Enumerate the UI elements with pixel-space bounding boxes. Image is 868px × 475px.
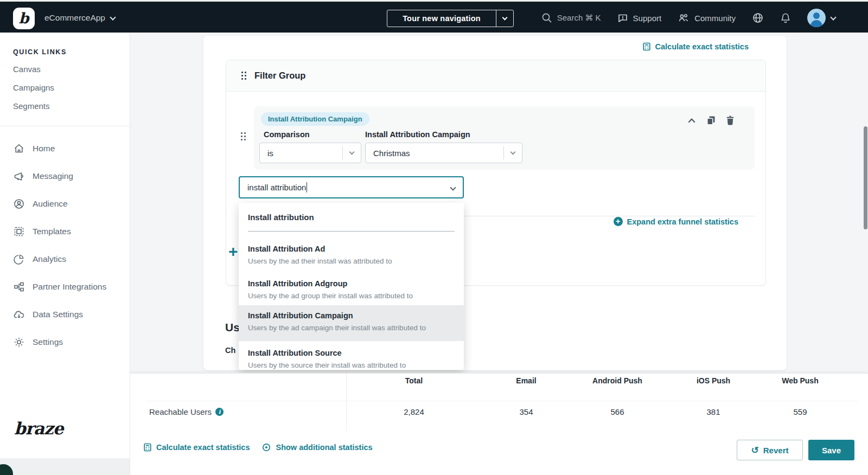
sidebar-item-data-settings[interactable]: Data Settings: [13, 308, 83, 321]
dropdown-item-install-attribution-adgroup[interactable]: Install Attribution Adgroup Users by the…: [239, 273, 464, 308]
expand-extra-funnel-statistics-link[interactable]: Expand extra funnel statistics: [614, 217, 738, 226]
calculator-icon: [143, 443, 152, 452]
sidebar-item-partner-integrations[interactable]: Partner Integrations: [13, 280, 106, 293]
filter-search-value: install attribution: [247, 183, 306, 192]
select-dropdown-toggle[interactable]: [503, 146, 522, 159]
calculator-icon: [642, 42, 651, 51]
dropdown-item-desc: Users by the ad campaign their install w…: [248, 323, 455, 333]
campaign-value-select[interactable]: Christmas: [365, 143, 522, 163]
top-navbar: b eCommerceApp Tour new navigation Searc…: [0, 0, 868, 33]
revert-button-label: Revert: [763, 446, 789, 455]
tour-button-dropdown[interactable]: [496, 10, 513, 27]
chevron-up-icon: [687, 115, 697, 125]
eye-icon: [261, 443, 271, 452]
braze-logo-glyph: b: [19, 10, 29, 27]
sidebar-item-settings[interactable]: Settings: [13, 336, 63, 349]
collapse-filter-button[interactable]: [687, 115, 697, 125]
chevron-down-icon: [502, 15, 508, 21]
sidebar-item-audience[interactable]: Audience: [13, 197, 68, 210]
notifications-bell-icon[interactable]: [780, 12, 791, 24]
sidebar-item-analytics[interactable]: Analytics: [13, 253, 66, 266]
reachable-users-web-push: 559: [793, 407, 807, 416]
sidebar-item-label: Templates: [33, 227, 71, 236]
sidebar: QUICK LINKS Canvas Campaigns Segments Ho…: [0, 33, 130, 475]
filter-type-chip[interactable]: Install Attribution Campaign: [261, 112, 369, 126]
delete-filter-button[interactable]: [725, 115, 735, 125]
sidebar-item-home[interactable]: Home: [13, 142, 55, 155]
dropdown-item-install-attribution-ad[interactable]: Install Attribution Ad Users by the ad t…: [239, 239, 464, 273]
dropdown-item-install-attribution-campaign[interactable]: Install Attribution Campaign Users by th…: [239, 305, 464, 341]
support-menu[interactable]: Support: [617, 12, 662, 23]
reachable-users-total: 2,824: [404, 407, 424, 416]
show-additional-statistics-link[interactable]: Show additional statistics: [261, 443, 372, 452]
chevron-down-icon: [450, 184, 456, 190]
home-icon: [13, 143, 25, 155]
vertical-scrollbar-thumb[interactable]: [864, 126, 867, 229]
sidebar-item-templates[interactable]: Templates: [13, 225, 71, 238]
sidebar-item-campaigns[interactable]: Campaigns: [13, 83, 54, 92]
reachable-users-ios-push: 381: [706, 407, 720, 416]
templates-icon: [13, 226, 25, 238]
community-icon: [678, 12, 690, 23]
pie-chart-icon: [13, 253, 25, 265]
integrations-icon: [13, 281, 25, 293]
filter-row-card: Install Attribution Campaign Comparison …: [254, 106, 755, 170]
add-filter-button[interactable]: +: [228, 243, 238, 260]
dropdown-item-desc: Users by the ad their install was attrib…: [248, 256, 455, 267]
chevron-down-icon: [510, 150, 516, 155]
globe-icon[interactable]: [752, 12, 764, 24]
megaphone-icon: [13, 170, 25, 182]
filter-search-input[interactable]: install attribution: [239, 176, 464, 198]
dropdown-item-install-attribution-source[interactable]: Install Attribution Source Users by the …: [239, 343, 464, 370]
tour-new-navigation-button[interactable]: Tour new navigation: [387, 10, 514, 27]
filter-row-drag-handle[interactable]: [241, 132, 246, 141]
sidebar-item-label: Partner Integrations: [33, 282, 106, 292]
plus-circle-icon: [614, 217, 623, 226]
sidebar-divider: [0, 126, 130, 126]
duplicate-filter-button[interactable]: [706, 115, 716, 125]
sidebar-item-canvas[interactable]: Canvas: [13, 65, 41, 74]
comparison-value: is: [260, 149, 342, 158]
copy-icon: [706, 115, 716, 125]
calculate-exact-statistics-link-top[interactable]: Calculate exact statistics: [642, 42, 749, 51]
revert-button[interactable]: ↺ Revert: [737, 440, 803, 460]
chevron-down-icon: [110, 14, 116, 20]
community-menu[interactable]: Community: [678, 12, 736, 23]
audience-icon: [13, 198, 25, 210]
filter-suggestions-dropdown: Install attribution Install Attribution …: [239, 203, 464, 370]
sidebar-item-messaging[interactable]: Messaging: [13, 170, 73, 183]
sidebar-bottom-strip: [0, 458, 130, 475]
cloud-download-icon: [13, 309, 25, 320]
user-account-menu[interactable]: [807, 9, 835, 27]
global-search[interactable]: Search ⌘ K: [541, 12, 601, 23]
sidebar-item-label: Analytics: [33, 254, 66, 264]
column-header-android-push: Android Push: [592, 376, 642, 385]
comparison-select[interactable]: is: [259, 143, 361, 163]
sidebar-item-label: Audience: [33, 199, 68, 209]
sidebar-item-segments[interactable]: Segments: [13, 101, 50, 111]
column-header-ios-push: iOS Push: [697, 376, 730, 385]
chevron-down-icon: [349, 150, 355, 155]
filter-row-actions: [687, 115, 735, 125]
dropdown-item-title: Install Attribution Ad: [248, 243, 455, 255]
column-header-email: Email: [516, 376, 536, 385]
topbar-actions: Search ⌘ K Support Community: [541, 2, 835, 34]
workspace-switcher[interactable]: eCommerceApp: [44, 2, 115, 34]
select-dropdown-toggle[interactable]: [342, 146, 361, 159]
calculate-link-label: Calculate exact statistics: [156, 443, 250, 452]
calculate-exact-statistics-link[interactable]: Calculate exact statistics: [143, 443, 250, 452]
lower-panel-subheading-partial: Ch: [225, 346, 235, 355]
reachable-users-email: 354: [519, 407, 533, 416]
dropdown-item-title: Install Attribution Source: [248, 347, 455, 359]
search-icon: [541, 12, 552, 23]
community-label: Community: [694, 14, 736, 23]
support-icon: [617, 12, 628, 23]
drag-handle-icon[interactable]: [241, 72, 247, 80]
info-icon[interactable]: i: [215, 408, 224, 416]
sidebar-item-label: Data Settings: [33, 310, 83, 319]
save-button[interactable]: Save: [808, 440, 854, 460]
dropdown-group-header: Install attribution: [248, 213, 314, 222]
braze-app-logo[interactable]: b: [13, 8, 35, 29]
support-label: Support: [633, 14, 662, 23]
workspace-name: eCommerceApp: [44, 13, 105, 23]
